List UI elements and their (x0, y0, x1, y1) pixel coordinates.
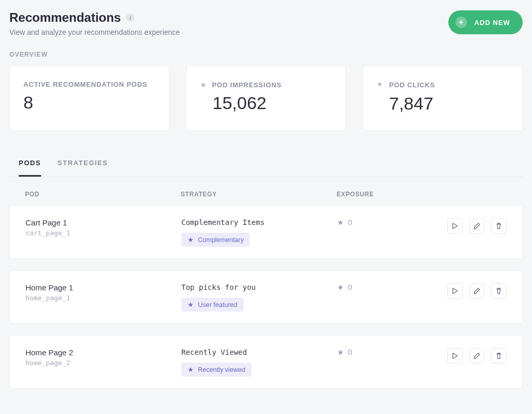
stat-label: ACTIVE RECOMMENDATION PODS (23, 81, 148, 88)
star-icon: ★ (188, 236, 194, 244)
pod-code: home_page_1 (25, 294, 181, 302)
strategy-cell: Recently Viewed ★ Recently viewed (181, 348, 337, 377)
strategy-cell: Top picks for you ★ User featured (181, 283, 337, 312)
pod-cell: Cart Page 1 cart_page_1 (25, 218, 181, 237)
stat-label: POD CLICKS (389, 81, 435, 89)
pod-row: Home Page 1 home_page_1 Top picks for yo… (9, 270, 523, 324)
col-pod: POD (25, 191, 181, 198)
add-new-label: ADD NEW (474, 19, 510, 26)
delete-button[interactable] (491, 348, 507, 364)
star-icon: ★ (337, 348, 344, 356)
strategy-tag: ★ User featured (181, 298, 244, 312)
edit-button[interactable] (469, 218, 485, 234)
exposure-cell: ★ 0 (337, 348, 413, 356)
pod-row: Home Page 2 home_page_2 Recently Viewed … (9, 335, 523, 389)
strategy-tag-label: Recently viewed (198, 366, 245, 373)
exposure-cell: ★ 0 (337, 283, 413, 291)
col-actions (414, 191, 507, 198)
play-button[interactable] (447, 348, 463, 364)
table-header: POD STRATEGY EXPOSURE (9, 191, 523, 205)
exposure-value: 0 (348, 348, 352, 356)
stat-active-pods: ACTIVE RECOMMENDATION PODS 8 (9, 65, 169, 131)
exposure-value: 0 (348, 283, 352, 291)
strategy-cell: Complementary Items ★ Complementary (181, 218, 337, 247)
stat-value: 7,847 (389, 94, 509, 114)
strategy-tag: ★ Recently viewed (181, 363, 251, 377)
star-icon: ★ (188, 366, 194, 373)
exposure-value: 0 (348, 218, 352, 226)
pod-code: cart_page_1 (25, 229, 181, 237)
delete-button[interactable] (491, 283, 507, 299)
tab-strategies[interactable]: STRATEGIES (58, 152, 108, 177)
delete-button[interactable] (491, 218, 507, 234)
page-subtitle: View and analyze your recommendations ex… (9, 28, 180, 36)
add-new-button[interactable]: + ADD NEW (448, 10, 523, 34)
tabs: PODS STRATEGIES (9, 152, 523, 177)
strategy-name: Recently Viewed (181, 348, 337, 356)
star-icon: ★ (200, 81, 207, 89)
stat-value: 15,062 (212, 93, 332, 113)
col-strategy: STRATEGY (181, 191, 337, 198)
stats-row: ACTIVE RECOMMENDATION PODS 8 ★ POD IMPRE… (9, 65, 523, 131)
star-icon: ★ (337, 283, 344, 291)
pod-row: Cart Page 1 cart_page_1 Complementary It… (9, 205, 523, 259)
play-button[interactable] (447, 218, 463, 234)
stat-clicks: POD CLICKS 7,847 (363, 65, 523, 131)
pod-cell: Home Page 1 home_page_1 (25, 283, 181, 302)
plus-icon: + (456, 17, 467, 28)
tab-pods[interactable]: PODS (19, 152, 41, 177)
pod-cell: Home Page 2 home_page_2 (25, 348, 181, 367)
star-icon: ★ (337, 218, 344, 226)
page-title: Recommendations i (9, 10, 135, 25)
exposure-cell: ★ 0 (337, 218, 413, 226)
star-icon: ★ (188, 301, 194, 309)
row-actions (413, 348, 507, 364)
play-button[interactable] (447, 283, 463, 299)
row-actions (413, 283, 507, 299)
strategy-name: Top picks for you (181, 283, 337, 291)
pod-name: Home Page 2 (25, 348, 181, 357)
click-icon (377, 81, 384, 89)
strategy-tag-label: Complementary (198, 236, 244, 244)
pod-name: Home Page 1 (25, 283, 181, 292)
pod-name: Cart Page 1 (25, 218, 181, 227)
col-exposure: EXPOSURE (337, 191, 414, 198)
stat-value: 8 (23, 92, 155, 113)
page-title-text: Recommendations (9, 10, 121, 25)
pod-code: home_page_2 (25, 359, 181, 367)
strategy-name: Complementary Items (181, 218, 337, 226)
edit-button[interactable] (469, 348, 485, 364)
edit-button[interactable] (469, 283, 485, 299)
row-actions (413, 218, 507, 234)
stat-label: POD IMPRESSIONS (212, 81, 282, 89)
overview-label: OVERVIEW (9, 51, 523, 58)
stat-impressions: ★ POD IMPRESSIONS 15,062 (186, 65, 346, 131)
info-icon[interactable]: i (126, 14, 135, 22)
page-header: Recommendations i View and analyze your … (9, 10, 180, 36)
strategy-tag: ★ Complementary (181, 233, 250, 247)
strategy-tag-label: User featured (198, 301, 237, 309)
